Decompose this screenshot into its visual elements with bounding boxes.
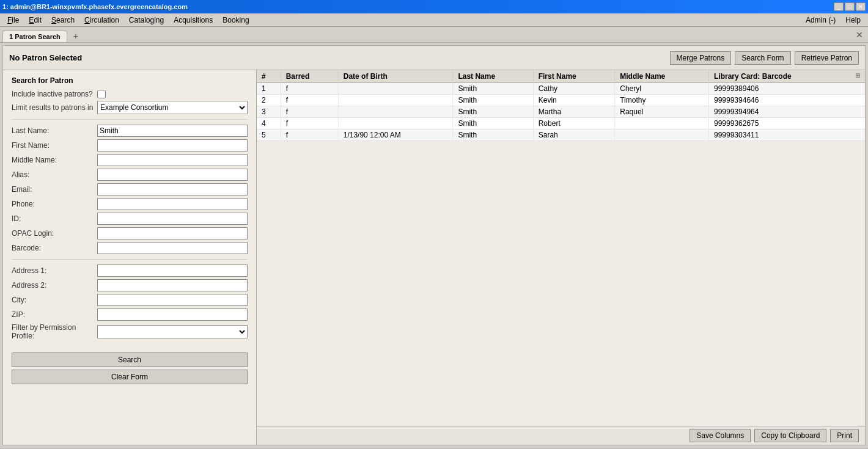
address2-label: Address 2: [12,281,97,290]
help-menu[interactable]: Help [840,15,866,26]
first-name-row: First Name: [12,139,248,151]
include-inactive-checkbox[interactable] [97,90,106,98]
window-controls: _ □ ✕ [834,2,866,11]
cell-num: 3 [257,106,281,118]
cell-firstname: Robert [533,118,615,130]
search-form-title: Search for Patron [12,76,248,85]
city-row: City: [12,294,248,306]
col-header-num[interactable]: # [257,70,281,83]
minimize-button[interactable]: _ [834,2,844,11]
patron-search-tab[interactable]: 1 Patron Search [2,31,67,42]
address1-label: Address 1: [12,266,97,275]
middle-name-label: Middle Name: [12,156,97,164]
close-window-button[interactable]: ✕ [856,2,866,11]
menu-edit[interactable]: Edit [24,15,46,26]
body-area: Search for Patron Include inactive patro… [3,70,865,445]
cell-dob [338,118,453,130]
first-name-label: First Name: [12,141,97,150]
cell-middlename [615,130,709,141]
opac-login-input[interactable] [97,227,248,239]
results-table-container[interactable]: # Barred Date of Birth Last Name First N… [257,70,865,426]
top-action-buttons: Merge Patrons Search Form Retrieve Patro… [670,51,859,65]
cell-librarycard: 99999362675 [708,118,865,130]
zip-label: ZIP: [12,310,97,319]
table-row[interactable]: 4fSmithRobert99999362675 [257,118,865,130]
opac-login-label: OPAC Login: [12,229,97,238]
search-button[interactable]: Search [12,352,248,367]
col-header-middlename[interactable]: Middle Name [615,70,709,83]
menu-cataloging[interactable]: Cataloging [124,15,169,26]
cell-dob [338,95,453,106]
table-row[interactable]: 1fSmithCathyCheryl99999389406 [257,83,865,95]
menu-circulation[interactable]: Circulation [79,15,124,26]
zip-input[interactable] [97,308,248,321]
cell-firstname: Kevin [533,95,615,106]
table-row[interactable]: 3fSmithMarthaRaquel99999394964 [257,106,865,118]
alias-row: Alias: [12,169,248,181]
results-table: # Barred Date of Birth Last Name First N… [257,70,865,141]
clear-form-button[interactable]: Clear Form [12,370,248,384]
search-buttons: Search Clear Form [3,349,256,388]
last-name-input[interactable] [97,125,248,137]
col-header-lastname[interactable]: Last Name [453,70,533,83]
add-tab-button[interactable]: + [68,30,83,42]
id-input[interactable] [97,213,248,225]
include-inactive-row: Include inactive patrons? [12,90,248,98]
cell-lastname: Smith [453,106,533,118]
email-label: Email: [12,185,97,194]
cell-dob: 1/13/90 12:00 AM [338,130,453,141]
menu-acquisitions[interactable]: Acquisitions [169,15,218,26]
maximize-button[interactable]: □ [845,2,855,11]
address2-input[interactable] [97,279,248,291]
menu-search[interactable]: Search [46,15,79,26]
filter-profile-label: Filter by Permission Profile: [12,323,97,340]
cell-middlename: Raquel [615,106,709,118]
limit-results-select[interactable]: Example Consortium [97,101,248,114]
cell-barred: f [281,83,338,95]
address1-input[interactable] [97,265,248,277]
phone-input[interactable] [97,198,248,210]
copy-clipboard-button[interactable]: Copy to Clipboard [754,429,826,442]
barcode-input[interactable] [97,242,248,254]
table-row[interactable]: 5f1/13/90 12:00 AMSmithSarah99999303411 [257,130,865,141]
email-input[interactable] [97,183,248,195]
last-name-label: Last Name: [12,126,97,135]
phone-row: Phone: [12,198,248,210]
main-content: No Patron Selected Merge Patrons Search … [2,45,866,445]
search-form-button[interactable]: Search Form [735,51,790,65]
print-button[interactable]: Print [830,429,859,442]
city-label: City: [12,296,97,304]
cell-lastname: Smith [453,83,533,95]
close-tab-button[interactable]: ✕ [853,30,866,40]
cell-dob [338,106,453,118]
window-title: 1: admin@BR1-winxpvmfx.phasefx.evergreen… [2,3,188,10]
merge-patrons-button[interactable]: Merge Patrons [670,51,732,65]
table-row[interactable]: 2fSmithKevinTimothy99999394646 [257,95,865,106]
first-name-input[interactable] [97,139,248,151]
menu-booking[interactable]: Booking [218,15,254,26]
tab-bar: 1 Patron Search + ✕ [0,27,868,43]
filter-profile-select[interactable] [97,325,248,338]
barcode-row: Barcode: [12,242,248,254]
menu-file[interactable]: File [2,15,24,26]
alias-input[interactable] [97,169,248,181]
title-bar: 1: admin@BR1-winxpvmfx.phasefx.evergreen… [0,0,868,13]
city-input[interactable] [97,294,248,306]
col-header-firstname[interactable]: First Name [533,70,615,83]
zip-row: ZIP: [12,308,248,321]
col-header-librarycard[interactable]: Library Card: Barcode ⊞ [708,70,865,83]
search-form: Search for Patron Include inactive patro… [3,70,256,349]
cell-librarycard: 99999303411 [708,130,865,141]
bottom-bar: Save Columns Copy to Clipboard Print [257,426,865,445]
cell-barred: f [281,130,338,141]
save-columns-button[interactable]: Save Columns [690,429,751,442]
col-header-barred[interactable]: Barred [281,70,338,83]
cell-librarycard: 99999394646 [708,95,865,106]
admin-menu[interactable]: Admin (-) [801,15,840,26]
retrieve-patron-button[interactable]: Retrieve Patron [795,51,859,65]
col-header-dob[interactable]: Date of Birth [338,70,453,83]
cell-librarycard: 99999394964 [708,106,865,118]
middle-name-input[interactable] [97,154,248,166]
cell-num: 5 [257,130,281,141]
patron-status-label: No Patron Selected [9,53,82,62]
